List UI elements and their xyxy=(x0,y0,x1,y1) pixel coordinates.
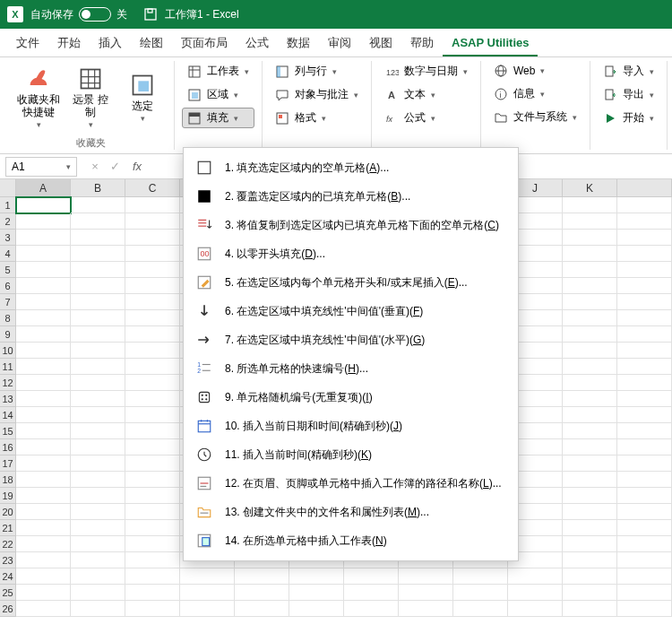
cell[interactable] xyxy=(563,326,617,343)
cell[interactable] xyxy=(617,520,672,536)
row-header[interactable]: 21 xyxy=(0,520,16,536)
dropdown-item[interactable]: 128. 所选单元格的快速编号(H)... xyxy=(184,354,518,383)
number-date-button[interactable]: 123数字与日期▾ xyxy=(379,61,473,82)
export-button[interactable]: 导出▾ xyxy=(598,84,659,105)
cell[interactable] xyxy=(71,294,125,310)
row-header[interactable]: 5 xyxy=(0,262,16,278)
cell[interactable] xyxy=(563,310,617,326)
cell[interactable] xyxy=(563,472,617,488)
cell[interactable] xyxy=(563,455,617,472)
cell[interactable] xyxy=(235,585,289,601)
cell[interactable] xyxy=(16,568,71,585)
cell[interactable] xyxy=(563,585,617,601)
cell[interactable] xyxy=(71,278,125,294)
column-header[interactable]: K xyxy=(563,179,617,197)
cell[interactable] xyxy=(16,246,71,262)
cell[interactable] xyxy=(71,230,125,246)
cell[interactable] xyxy=(71,375,125,391)
row-header[interactable]: 2 xyxy=(0,213,16,230)
cell[interactable] xyxy=(125,568,180,585)
cell[interactable] xyxy=(125,391,180,407)
objects-comments-button[interactable]: 对象与批注▾ xyxy=(270,84,364,105)
column-header[interactable]: C xyxy=(125,179,180,197)
row-header[interactable]: 26 xyxy=(0,601,16,617)
cell[interactable] xyxy=(617,391,672,407)
row-header[interactable]: 15 xyxy=(0,423,16,439)
cell[interactable] xyxy=(617,343,672,359)
row-header[interactable]: 10 xyxy=(0,343,16,359)
cell[interactable] xyxy=(16,262,71,278)
cell[interactable] xyxy=(617,439,672,455)
info-button[interactable]: i信息▾ xyxy=(488,83,582,104)
cell[interactable] xyxy=(563,278,617,294)
cell[interactable] xyxy=(563,439,617,455)
row-header[interactable]: 8 xyxy=(0,310,16,326)
cell[interactable] xyxy=(71,246,125,262)
dropdown-item[interactable]: 12. 在页眉、页脚或单元格中插入工作簿的路径和名称(L)... xyxy=(184,469,518,498)
tab-视图[interactable]: 视图 xyxy=(360,30,401,56)
dropdown-item[interactable]: 3. 将值复制到选定区域内已填充单元格下面的空单元格(C) xyxy=(184,211,518,239)
cell[interactable] xyxy=(563,213,617,230)
cell[interactable] xyxy=(71,601,125,617)
cell[interactable] xyxy=(16,423,71,439)
cell[interactable] xyxy=(180,568,235,585)
cell[interactable] xyxy=(617,472,672,488)
row-header[interactable]: 7 xyxy=(0,294,16,310)
cell[interactable] xyxy=(71,520,125,536)
cell[interactable] xyxy=(16,439,71,455)
cell[interactable] xyxy=(453,601,508,617)
cell[interactable] xyxy=(16,455,71,472)
row-header[interactable]: 24 xyxy=(0,568,16,585)
cell[interactable] xyxy=(16,213,71,230)
cell[interactable] xyxy=(617,326,672,343)
cell[interactable] xyxy=(617,504,672,520)
cell[interactable] xyxy=(16,278,71,294)
cell[interactable] xyxy=(16,601,71,617)
cell[interactable] xyxy=(617,375,672,391)
cell[interactable] xyxy=(453,585,508,601)
tab-公式[interactable]: 公式 xyxy=(237,30,278,56)
dropdown-item[interactable]: 1. 填充选定区域内的空单元格(A)... xyxy=(184,153,518,182)
cell[interactable] xyxy=(71,391,125,407)
cell[interactable] xyxy=(16,326,71,343)
row-header[interactable]: 14 xyxy=(0,407,16,423)
cell[interactable] xyxy=(125,246,180,262)
cell[interactable] xyxy=(125,278,180,294)
row-header[interactable]: 3 xyxy=(0,230,16,246)
cell[interactable] xyxy=(16,359,71,375)
cell[interactable] xyxy=(289,601,344,617)
tab-开始[interactable]: 开始 xyxy=(48,30,90,56)
cell[interactable] xyxy=(563,504,617,520)
format-button[interactable]: 格式▾ xyxy=(270,108,364,128)
cell[interactable] xyxy=(71,423,125,439)
text-button[interactable]: A文本▾ xyxy=(379,84,473,105)
cell[interactable] xyxy=(617,568,672,585)
cell[interactable] xyxy=(71,439,125,455)
cell[interactable] xyxy=(71,455,125,472)
cell[interactable] xyxy=(71,585,125,601)
cell[interactable] xyxy=(563,423,617,439)
colrow-button[interactable]: 列与行▾ xyxy=(270,61,364,82)
dropdown-item[interactable]: 5. 在选定区域内每个单元格开头和/或末尾插入(E)... xyxy=(184,268,518,297)
row-header[interactable]: 17 xyxy=(0,455,16,472)
start-button[interactable]: 开始▾ xyxy=(598,108,659,128)
row-header[interactable]: 13 xyxy=(0,391,16,407)
cell[interactable] xyxy=(125,375,180,391)
cell[interactable] xyxy=(617,278,672,294)
row-header[interactable]: 25 xyxy=(0,585,16,601)
row-header[interactable]: 22 xyxy=(0,536,16,552)
dropdown-item[interactable]: 004. 以零开头填充(D)... xyxy=(184,239,518,268)
cell[interactable] xyxy=(125,536,180,552)
autosave-toggle[interactable]: 自动保存 关 xyxy=(30,7,127,22)
cell[interactable] xyxy=(71,310,125,326)
cell[interactable] xyxy=(125,407,180,423)
cell[interactable] xyxy=(71,407,125,423)
cell[interactable] xyxy=(16,488,71,504)
cell[interactable] xyxy=(563,391,617,407)
cell[interactable] xyxy=(617,262,672,278)
dropdown-item[interactable]: 7. 在选定区域中填充线性'中间值'(水平)(G) xyxy=(184,325,518,354)
cell[interactable] xyxy=(71,536,125,552)
name-box[interactable]: A1 ▾ xyxy=(5,157,77,177)
row-header[interactable]: 18 xyxy=(0,472,16,488)
column-header[interactable] xyxy=(617,179,672,197)
